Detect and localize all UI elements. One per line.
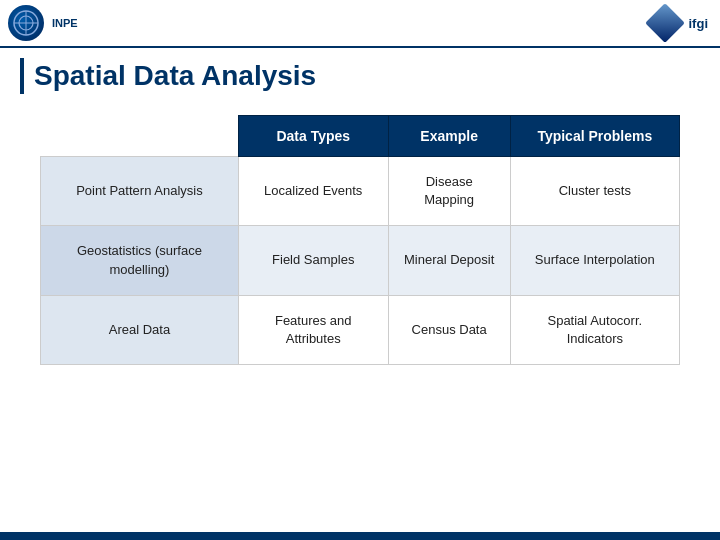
row-example-2: Census Data — [388, 295, 510, 364]
row-data-types-0: Localized Events — [238, 157, 388, 226]
col-header-typical-problems: Typical Problems — [510, 116, 679, 157]
top-right-logo: ifgi — [645, 3, 709, 43]
table-row: Geostatistics (surface modelling) Field … — [41, 226, 680, 295]
table-header-row: Data Types Example Typical Problems — [41, 116, 680, 157]
col-header-blank — [41, 116, 239, 157]
table-row: Areal Data Features and Attributes Censu… — [41, 295, 680, 364]
row-typical-problems-2: Spatial Autocorr. Indicators — [510, 295, 679, 364]
row-header-2: Areal Data — [41, 295, 239, 364]
logo-icon — [8, 5, 44, 41]
row-example-1: Mineral Deposit — [388, 226, 510, 295]
logo-text: INPE — [52, 17, 78, 29]
col-header-example: Example — [388, 116, 510, 157]
logo-area: INPE — [8, 5, 78, 41]
col-header-data-types: Data Types — [238, 116, 388, 157]
row-header-0: Point Pattern Analysis — [41, 157, 239, 226]
header: INPE ifgi — [0, 0, 720, 48]
row-example-0: Disease Mapping — [388, 157, 510, 226]
row-header-1: Geostatistics (surface modelling) — [41, 226, 239, 295]
row-data-types-2: Features and Attributes — [238, 295, 388, 364]
row-typical-problems-1: Surface Interpolation — [510, 226, 679, 295]
bottom-bar — [0, 532, 720, 540]
ifgi-label: ifgi — [689, 16, 709, 31]
page-title: Spatial Data Analysis — [34, 60, 316, 92]
analysis-table: Data Types Example Typical Problems Poin… — [40, 115, 680, 365]
row-typical-problems-0: Cluster tests — [510, 157, 679, 226]
row-data-types-1: Field Samples — [238, 226, 388, 295]
page-title-area: Spatial Data Analysis — [20, 58, 316, 94]
title-accent — [20, 58, 24, 94]
table-container: Data Types Example Typical Problems Poin… — [40, 115, 680, 365]
table-row: Point Pattern Analysis Localized Events … — [41, 157, 680, 226]
